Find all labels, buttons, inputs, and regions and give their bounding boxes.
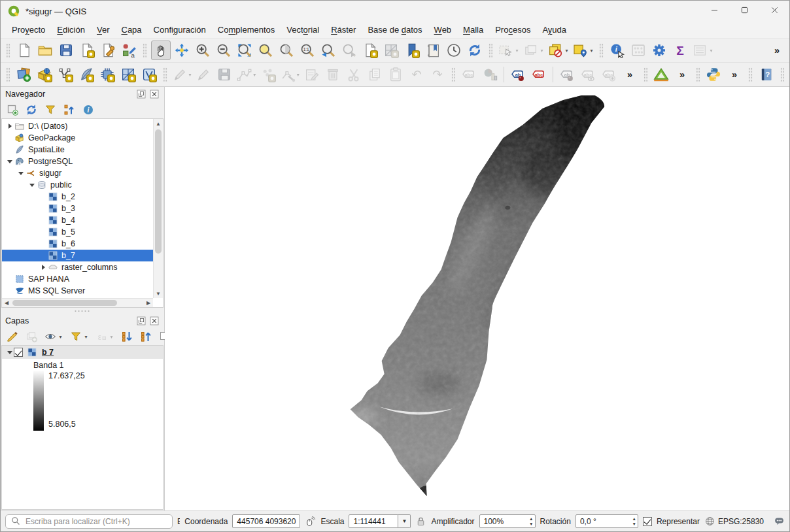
toolbar-grip[interactable] [489, 43, 493, 58]
show-bookmarks-button[interactable] [423, 41, 443, 60]
zoom-full-extent-button[interactable] [235, 41, 254, 60]
new-geopackage-layer-button[interactable] [35, 65, 54, 84]
open-layer-styling-button[interactable] [6, 330, 19, 343]
tree-expand-arrow[interactable] [28, 184, 36, 187]
zoom-native-resolution-button[interactable]: 1:1 [298, 41, 317, 60]
zoom-to-layer-button[interactable] [277, 41, 296, 60]
highlight-pinned-labels-button[interactable]: abc [578, 65, 598, 84]
menu-ver[interactable]: Ver [91, 23, 116, 37]
dropdown-arrow-icon[interactable]: ▾ [708, 48, 714, 54]
menu-complementos[interactable]: Complementos [212, 23, 281, 37]
refresh-browser-button[interactable] [25, 103, 38, 116]
menu-ayuda[interactable]: Ayuda [536, 23, 572, 37]
pin-unpin-labels-button[interactable]: ab [557, 65, 577, 84]
menu-proyecto[interactable]: Proyecto [6, 23, 51, 37]
menu-capa[interactable]: Capa [115, 23, 147, 37]
menu-r-ster[interactable]: Ráster [325, 23, 362, 37]
new-virtual-layer-button[interactable] [97, 65, 117, 84]
dropdown-arrow-icon[interactable]: ▾ [188, 72, 192, 78]
toolbar-grip[interactable] [599, 43, 604, 58]
browser-item-d-datos-[interactable]: D:\ (Datos) [2, 120, 153, 132]
layer-diagram-button[interactable] [480, 65, 500, 84]
browser-item-b-4[interactable]: b_4 [2, 214, 153, 226]
deselect-features-button[interactable]: ▾ [547, 41, 570, 60]
crs-status[interactable]: EPSG:25830 [704, 516, 764, 527]
zoom-out-button[interactable] [214, 41, 233, 60]
select-by-value-button[interactable]: ▾ [522, 41, 545, 60]
layer-labeling-button[interactable]: abc [459, 65, 479, 84]
scroll-left-icon[interactable]: ◀ [2, 299, 11, 307]
new-spatial-bookmark-button[interactable] [402, 41, 422, 60]
browser-close-button[interactable] [149, 89, 160, 99]
move-label-button[interactable]: abc [599, 65, 619, 84]
toolbar-grip[interactable] [6, 43, 10, 58]
browser-item-spatialite[interactable]: SpatiaLite [2, 144, 153, 156]
layers-float-button[interactable] [136, 316, 146, 326]
browser-vertical-scrollbar[interactable]: ▲ ▼ [153, 119, 163, 298]
layer-visibility-checkbox[interactable] [14, 348, 23, 357]
scale-combo[interactable]: 1:114441 ▼ [349, 514, 411, 528]
add-group-button[interactable] [25, 330, 38, 343]
scroll-down-icon[interactable]: ▼ [154, 289, 163, 298]
open-project-button[interactable] [35, 41, 55, 60]
cut-features-button[interactable] [344, 65, 364, 84]
toolbar-grip[interactable] [780, 67, 784, 82]
pan-to-selection-button[interactable] [172, 41, 192, 60]
manage-map-themes-button[interactable]: ▾ [44, 330, 63, 343]
toolbar-grip[interactable] [143, 43, 147, 58]
spinner-arrows-icon[interactable]: ▲▼ [632, 516, 636, 526]
maximize-button[interactable] [729, 1, 759, 22]
toolbar-grip[interactable] [644, 67, 647, 82]
help-contents-button[interactable]: ? [757, 65, 776, 84]
layers-close-button[interactable] [149, 316, 160, 326]
dropdown-arrow-icon[interactable]: ▾ [564, 48, 570, 54]
browser-item-sigugr[interactable]: sigugr [2, 167, 153, 179]
browser-item-raster-columns[interactable]: raster_columns [2, 261, 153, 273]
browser-item-b-7[interactable]: b_7 [2, 250, 153, 261]
map-canvas[interactable] [165, 87, 789, 510]
browser-item-ms-sql-server[interactable]: MS SQL Server [2, 285, 153, 297]
new-map-view-button[interactable] [360, 41, 380, 60]
python-console-button[interactable] [704, 65, 723, 84]
dropdown-arrow-icon[interactable]: ▾ [252, 72, 256, 78]
browser-item-public[interactable]: public [2, 179, 153, 191]
filter-legend-button[interactable]: ▾ [69, 330, 89, 343]
panel-splitter[interactable] [1, 308, 164, 314]
toggle-editing-button[interactable] [194, 65, 213, 84]
browser-float-button[interactable] [136, 89, 146, 99]
scroll-up-icon[interactable]: ▲ [154, 119, 163, 128]
scrollbar-thumb[interactable] [155, 129, 162, 254]
plugins-overflow-button[interactable]: » [725, 65, 744, 84]
extents-toggle-icon[interactable] [305, 516, 316, 527]
paste-features-button[interactable] [386, 65, 405, 84]
close-button[interactable] [759, 1, 789, 22]
zoom-last-button[interactable] [318, 41, 338, 60]
zoom-next-button[interactable] [339, 41, 359, 60]
dropdown-arrow-icon[interactable]: ▾ [296, 72, 300, 78]
browser-item-b-6[interactable]: b_6 [2, 238, 153, 250]
menu-web[interactable]: Web [428, 23, 458, 37]
collapse-all-layers-button[interactable] [139, 330, 152, 343]
dropdown-arrow-icon[interactable]: ▾ [58, 334, 63, 340]
new-mesh-layer-button[interactable] [118, 65, 138, 84]
vertex-tool-button[interactable]: ▾ [279, 65, 301, 84]
locator-input[interactable] [26, 517, 167, 526]
grass-tools-button[interactable] [651, 65, 671, 84]
rotation-spinbox[interactable]: 0,0 ° ▲▼ [575, 514, 638, 528]
tree-expand-arrow[interactable] [39, 265, 47, 270]
browser-item-b-2[interactable]: b_2 [2, 191, 153, 203]
dropdown-arrow-icon[interactable]: ▾ [514, 48, 520, 54]
browser-item-b-5[interactable]: b_5 [2, 226, 153, 238]
layout-manager-button[interactable] [98, 41, 118, 60]
undo-button[interactable]: ↶ [407, 65, 426, 84]
menu-malla[interactable]: Malla [457, 23, 489, 37]
rotation-value[interactable]: 0,0 ° [575, 514, 638, 528]
new-project-button[interactable] [14, 41, 34, 60]
toolbar-overflow-button[interactable]: » [767, 41, 787, 60]
zoom-to-selection-button[interactable] [256, 41, 275, 60]
identify-features-button[interactable]: i [608, 41, 627, 60]
save-layer-edits-button[interactable] [215, 65, 234, 84]
magnifier-spinbox[interactable]: 100% ▲▼ [479, 514, 536, 528]
layer-actions-button[interactable]: ▾ [691, 41, 715, 60]
filter-by-expression-button[interactable]: ε▾ [95, 330, 114, 343]
